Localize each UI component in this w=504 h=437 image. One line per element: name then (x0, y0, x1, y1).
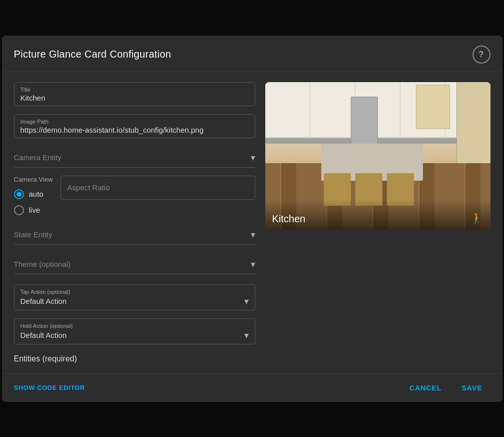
image-path-field-group: Image Path (14, 114, 255, 138)
show-code-editor-button[interactable]: SHOW CODE EDITOR (14, 384, 85, 391)
state-entity-select[interactable]: State Entity ▾ (14, 223, 255, 245)
theme-label: Theme (optional) (14, 260, 71, 268)
image-path-label: Image Path (21, 119, 249, 125)
hold-action-value[interactable]: Default Action (21, 330, 67, 340)
title-input[interactable] (21, 94, 249, 102)
state-entity-arrow-icon: ▾ (251, 229, 255, 240)
left-panel: Title Image Path Camera Entity ▾ Camera … (14, 82, 255, 363)
tap-action-field-group: Tap Action (optional) Default Action ▾ (14, 284, 255, 310)
radio-live[interactable]: live (14, 205, 53, 215)
tap-action-value[interactable]: Default Action (21, 296, 67, 306)
entities-heading: Entities (required) (14, 354, 255, 363)
save-button[interactable]: SAVE (453, 380, 490, 396)
help-button[interactable]: ? (472, 46, 490, 64)
radio-auto-inner (17, 192, 22, 197)
aspect-ratio-field[interactable]: Aspect Ratio (61, 176, 255, 200)
config-dialog: Picture Glance Card Configuration ? Titl… (2, 36, 502, 402)
walking-icon: 🚶 (470, 212, 483, 225)
right-cabinet (456, 82, 490, 163)
radio-live-outer (14, 205, 24, 215)
state-entity-label: State Entity (14, 230, 53, 239)
dialog-title: Picture Glance Card Configuration (14, 49, 172, 60)
radio-auto[interactable]: auto (14, 189, 53, 199)
preview-title: Kitchen (272, 213, 306, 225)
footer-actions: CANCEL SAVE (401, 380, 490, 396)
dialog-overlay: Picture Glance Card Configuration ? Titl… (0, 0, 504, 437)
hold-action-field-group: Hold Action (optional) Default Action ▾ (14, 318, 255, 344)
dialog-header: Picture Glance Card Configuration ? (2, 36, 502, 72)
cancel-button[interactable]: CANCEL (401, 380, 449, 396)
window-light (416, 85, 450, 129)
camera-entity-select[interactable]: Camera Entity ▾ (14, 146, 255, 168)
title-label: Title (21, 87, 249, 93)
tap-action-label: Tap Action (optional) (21, 289, 249, 295)
radio-live-label: live (29, 206, 41, 214)
radio-auto-outer (14, 189, 24, 199)
camera-entity-label: Camera Entity (14, 153, 62, 162)
dialog-body: Title Image Path Camera Entity ▾ Camera … (2, 72, 502, 373)
tap-action-arrow-icon: ▾ (244, 296, 249, 307)
camera-view-label: Camera View (14, 176, 53, 183)
hold-action-label: Hold Action (optional) (21, 323, 249, 329)
aspect-ratio-label: Aspect Ratio (67, 183, 110, 192)
camera-view-section: Camera View auto live (14, 176, 255, 215)
camera-view-left: Camera View auto live (14, 176, 53, 215)
title-field-group: Title (14, 82, 255, 106)
image-path-input[interactable] (21, 126, 249, 134)
preview-card: Kitchen 🚶 (265, 82, 490, 230)
right-panel: Kitchen 🚶 (265, 82, 490, 363)
camera-entity-arrow-icon: ▾ (251, 152, 255, 163)
camera-view-radio-group: auto live (14, 189, 53, 215)
theme-arrow-icon: ▾ (251, 259, 255, 270)
preview-overlay: Kitchen 🚶 (265, 200, 490, 230)
radio-auto-label: auto (29, 190, 44, 198)
hold-action-arrow-icon: ▾ (244, 330, 249, 341)
dialog-footer: SHOW CODE EDITOR CANCEL SAVE (2, 373, 502, 402)
theme-select[interactable]: Theme (optional) ▾ (14, 253, 255, 274)
